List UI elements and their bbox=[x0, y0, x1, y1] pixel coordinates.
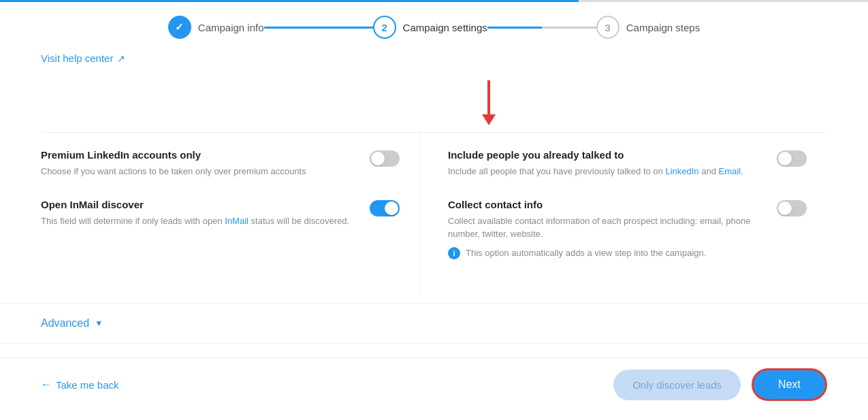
premium-linkedin-toggle[interactable] bbox=[370, 150, 400, 167]
inmail-link: InMail bbox=[225, 216, 248, 226]
only-discover-button[interactable]: Only discover leads bbox=[613, 370, 741, 400]
toggle-knob-3 bbox=[778, 152, 792, 165]
include-people-text: Include people you already talked to Inc… bbox=[448, 149, 763, 178]
collect-contact-text: Collect contact info Collect available c… bbox=[448, 199, 763, 260]
stepper-line-1 bbox=[264, 27, 373, 29]
step-1-label: Campaign info bbox=[198, 22, 264, 33]
step-1-circle: ✓ bbox=[168, 16, 191, 39]
premium-linkedin-row: Premium LinkedIn accounts only Choose if… bbox=[41, 149, 400, 178]
premium-linkedin-desc: Choose if you want actions to be taken o… bbox=[41, 165, 356, 178]
back-link[interactable]: ← Take me back bbox=[41, 378, 119, 391]
help-center-label: Visit help center bbox=[41, 52, 113, 64]
main-content: Visit help center ↗ Premium LinkedIn acc… bbox=[0, 52, 868, 296]
help-center-link[interactable]: Visit help center ↗ bbox=[41, 52, 125, 64]
collect-contact-toggle[interactable] bbox=[777, 200, 807, 216]
collect-contact-title: Collect contact info bbox=[448, 199, 763, 210]
include-people-title: Include people you already talked to bbox=[448, 149, 763, 161]
open-inmail-desc: This field will determine if only leads … bbox=[41, 214, 356, 228]
info-note: i This option automatically adds a view … bbox=[448, 246, 763, 260]
advanced-toggle[interactable]: Advanced ▼ bbox=[41, 317, 827, 329]
stepper-step-1: ✓ Campaign info bbox=[168, 16, 264, 39]
step-2-label: Campaign settings bbox=[403, 22, 487, 33]
stepper: ✓ Campaign info 2 Campaign settings 3 Ca… bbox=[0, 2, 868, 46]
email-link: Email bbox=[719, 166, 741, 176]
info-note-text: This option automatically adds a view st… bbox=[466, 246, 706, 260]
include-people-desc: Include all people that you have previou… bbox=[448, 165, 763, 178]
next-button[interactable]: Next bbox=[752, 368, 827, 401]
collect-contact-row: Collect contact info Collect available c… bbox=[448, 199, 807, 260]
stepper-step-2: 2 Campaign settings bbox=[373, 16, 487, 39]
toggle-knob-2 bbox=[385, 201, 398, 215]
premium-linkedin-text: Premium LinkedIn accounts only Choose if… bbox=[41, 149, 356, 178]
include-people-row: Include people you already talked to Inc… bbox=[448, 149, 807, 178]
bottom-bar: ← Take me back Only discover leads Next bbox=[0, 357, 868, 411]
stepper-line-2 bbox=[487, 27, 596, 29]
toggle-knob bbox=[371, 152, 385, 165]
advanced-section: Advanced ▼ bbox=[0, 317, 868, 329]
open-inmail-row: Open InMail discover This field will det… bbox=[41, 199, 400, 228]
open-inmail-text: Open InMail discover This field will det… bbox=[41, 199, 356, 228]
include-people-toggle[interactable] bbox=[777, 150, 807, 167]
step-2-circle: 2 bbox=[373, 16, 396, 39]
back-arrow-icon: ← bbox=[41, 378, 52, 391]
bottom-right-buttons: Only discover leads Next bbox=[613, 368, 827, 401]
info-icon: i bbox=[448, 247, 460, 259]
external-link-icon: ↗ bbox=[117, 53, 125, 64]
collect-contact-desc: Collect available contact information of… bbox=[448, 214, 763, 241]
settings-right-col: Include people you already talked to Inc… bbox=[420, 133, 827, 296]
linkedin-link: LinkedIn bbox=[665, 166, 698, 176]
advanced-label: Advanced bbox=[41, 317, 89, 329]
back-label: Take me back bbox=[56, 379, 119, 391]
step-3-circle: 3 bbox=[596, 16, 620, 39]
stepper-step-3: 3 Campaign steps bbox=[596, 16, 700, 39]
premium-linkedin-title: Premium LinkedIn accounts only bbox=[41, 149, 356, 161]
red-arrow-container bbox=[41, 80, 827, 125]
settings-grid: Premium LinkedIn accounts only Choose if… bbox=[41, 132, 827, 296]
open-inmail-toggle[interactable] bbox=[370, 200, 400, 216]
step-3-label: Campaign steps bbox=[626, 22, 700, 33]
settings-left-col: Premium LinkedIn accounts only Choose if… bbox=[41, 133, 420, 296]
toggle-knob-4 bbox=[778, 201, 792, 215]
chevron-down-icon: ▼ bbox=[95, 319, 103, 328]
open-inmail-title: Open InMail discover bbox=[41, 199, 356, 210]
